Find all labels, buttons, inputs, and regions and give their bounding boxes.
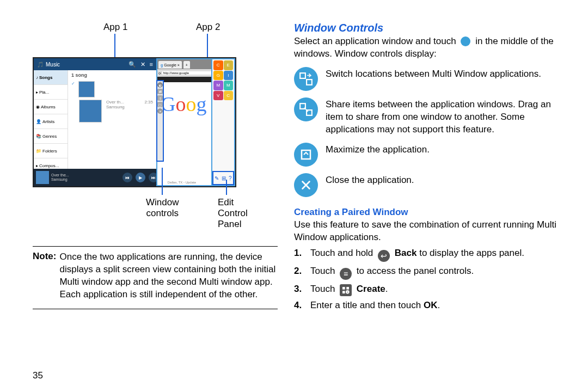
shuffle-icon: ✕ — [140, 61, 145, 68]
maximize-icon — [294, 143, 318, 167]
search-icon: 🔍 — [128, 61, 136, 68]
tray-bottom-bar: ✎ ⊞ ? — [212, 171, 234, 185]
svg-rect-1 — [307, 79, 312, 85]
step-2a: Touch — [310, 266, 335, 276]
browser-url: http://www.google — [162, 71, 211, 75]
svg-rect-0 — [300, 73, 305, 78]
prev-icon: ⏮ — [122, 173, 132, 182]
callout-line-edit — [226, 180, 227, 195]
tray-app-internet: I — [224, 71, 234, 81]
track-duration: 2:35 — [144, 100, 153, 122]
browser-footer: Dallas, TX - Update — [168, 181, 196, 184]
step-4-num: 4. — [294, 299, 310, 312]
handle-dot-icon — [461, 36, 470, 46]
play-icon: ▶ — [136, 173, 145, 182]
share-items-text: Share items between the application wind… — [326, 97, 561, 136]
multi-window-screenshot: 🎵Music 🔍✕≡ ♪Songs ▸Pla... ◉Albums 👤Artis… — [33, 57, 236, 187]
tray-app-my files: M — [224, 81, 234, 90]
heading-window-controls: Window Controls — [294, 22, 561, 34]
nav-genres: 📚Genres — [34, 129, 68, 144]
nav-folders: 📁Folders — [34, 144, 68, 158]
song-row: Over th... Samsung 2:35 — [68, 99, 156, 124]
mw-switch-icon: ⇄ — [157, 89, 163, 94]
song-artwork — [79, 100, 102, 122]
callout-edit-panel: Edit Control Panel — [218, 197, 248, 230]
pencil-icon: ✎ — [215, 175, 219, 181]
step-1-num: 1. — [294, 247, 310, 262]
note-text: Once the two applications are running, t… — [59, 251, 278, 301]
step-2-num: 2. — [294, 265, 310, 280]
player-artist: Samsung — [51, 177, 69, 182]
svg-text:+: + — [347, 291, 348, 294]
mw-handle-icon: ◐ — [157, 82, 163, 88]
tray-app-music: M — [213, 81, 223, 90]
switch-locations-text: Switch locations between Multi Window ap… — [326, 67, 541, 81]
music-title: Music — [46, 62, 60, 68]
step-4b: OK — [424, 300, 438, 310]
player-thumb — [36, 171, 49, 184]
help-icon: ? — [229, 175, 232, 181]
tray-app-chrome: C — [224, 91, 234, 101]
tray-app-gallery: G — [213, 71, 223, 81]
app-tray: CEGIMMVC ✎ ⊞ ? — [211, 58, 235, 186]
tray-app-email: E — [224, 60, 234, 70]
step-1a: Touch and hold — [310, 248, 373, 258]
create-grid-icon: + — [340, 284, 352, 296]
divider — [33, 309, 278, 309]
mw-close-icon: ✕ — [157, 108, 163, 114]
window-controls-bar: ◐ ⇄ ⇪ ▢ ✕ — [156, 80, 164, 162]
step-4a: Enter a title and then touch — [310, 300, 421, 310]
nav-artists: 👤Artists — [34, 114, 68, 129]
step-1c: to display the apps panel. — [419, 248, 524, 258]
browser-tab-label: Google — [164, 63, 176, 67]
player-title: Over the... — [51, 173, 69, 177]
song-thumb — [78, 81, 95, 97]
step-3-num: 3. — [294, 283, 310, 296]
tray-app-video: V — [213, 91, 223, 101]
hamburger-icon: ≡ — [340, 268, 352, 280]
callout-app1: App 1 — [103, 22, 127, 33]
intro-text-1: Select an application window and touch — [294, 36, 456, 46]
svg-rect-4 — [302, 150, 310, 159]
google-logo: Goog — [157, 82, 212, 126]
step-2b: to access the panel controls. — [357, 266, 474, 276]
svg-rect-7 — [342, 291, 345, 294]
tray-app-chaton: C — [213, 60, 223, 70]
callout-line-wc — [162, 168, 163, 195]
back-icon: ↩ — [378, 250, 390, 262]
music-app-pane: 🎵Music 🔍✕≡ ♪Songs ▸Pla... ◉Albums 👤Artis… — [34, 58, 156, 186]
music-icon: 🎵 — [37, 62, 44, 68]
step-3b: Create — [357, 284, 385, 294]
close-app-text: Close the application. — [326, 173, 414, 187]
music-nav: ♪Songs ▸Pla... ◉Albums 👤Artists 📚Genres … — [34, 70, 68, 169]
nav-songs: ♪Songs — [34, 70, 68, 85]
step-3a: Touch — [310, 284, 335, 294]
tray-grid: CEGIMMVC — [212, 59, 234, 101]
svg-rect-6 — [346, 287, 349, 290]
close-app-icon — [294, 173, 318, 197]
nav-albums: ◉Albums — [34, 100, 68, 114]
nav-playlists: ▸Pla... — [34, 85, 68, 100]
svg-rect-5 — [342, 287, 345, 290]
callout-line-app1 — [114, 34, 115, 59]
callout-window-controls: Window controls — [146, 197, 179, 219]
heading-paired-window: Creating a Paired Window — [294, 207, 561, 218]
paired-window-intro: Use this feature to save the combination… — [294, 219, 561, 244]
track-title: Over th... — [106, 100, 125, 105]
mw-share-icon: ⇪ — [157, 95, 163, 101]
menu-icon: ≡ — [150, 61, 153, 68]
track-artist: Samsung — [106, 105, 125, 109]
song-item: ✓ — [68, 80, 156, 99]
divider — [33, 246, 278, 247]
song-count: 1 song — [68, 70, 156, 80]
callout-app2: App 2 — [196, 22, 220, 33]
browser-app-pane: g Google ×+ ⟳ http://www.google Goog Dal… — [156, 58, 213, 186]
share-items-icon — [294, 97, 318, 121]
maximize-text: Maximize the application. — [326, 143, 430, 156]
music-player-bar: Over the... Samsung ⏮ ▶ ⏭ — [34, 169, 161, 186]
page-number: 35 — [33, 370, 43, 381]
mw-maximize-icon: ▢ — [157, 102, 163, 107]
callout-line-app2 — [207, 34, 208, 59]
step-1b: Back — [395, 248, 417, 258]
switch-locations-icon — [294, 67, 318, 91]
